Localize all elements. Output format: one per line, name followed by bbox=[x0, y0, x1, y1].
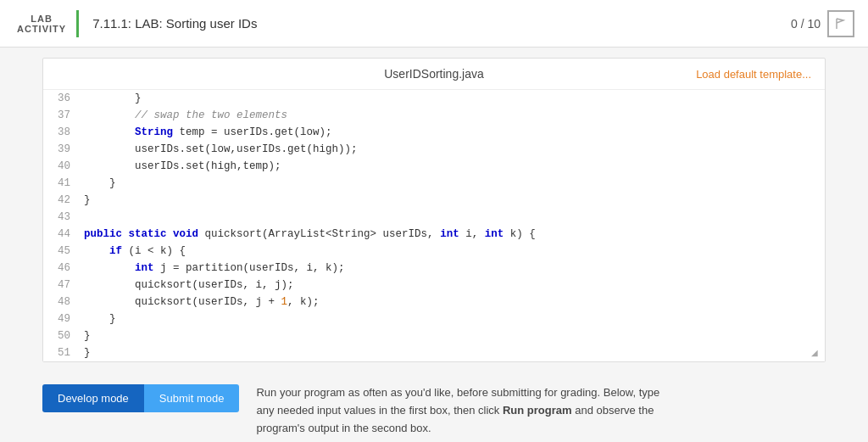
code-content: } bbox=[77, 175, 825, 192]
code-content: userIDs.set(high,temp); bbox=[77, 158, 825, 175]
table-row: 40 userIDs.set(high,temp); bbox=[43, 158, 825, 175]
table-row: 36 } bbox=[43, 90, 825, 107]
code-content bbox=[77, 209, 825, 226]
table-row: 49 } bbox=[43, 311, 825, 327]
line-num: 38 bbox=[43, 124, 77, 141]
line-num: 42 bbox=[43, 192, 77, 209]
activity-text: ACTIVITY bbox=[17, 24, 66, 34]
code-content: } bbox=[77, 192, 825, 209]
line-num: 44 bbox=[43, 226, 77, 243]
lab-text: LAB bbox=[31, 14, 53, 24]
code-content: } bbox=[77, 90, 825, 107]
table-row: 48 quicksort(userIDs, j + 1, k); bbox=[43, 294, 825, 311]
table-row: 42 } bbox=[43, 192, 825, 209]
develop-mode-button[interactable]: Develop mode bbox=[42, 384, 144, 412]
code-editor[interactable]: 36 } 37 // swap the two elements 38 Stri… bbox=[43, 90, 825, 361]
mode-buttons: Develop mode Submit mode bbox=[42, 384, 239, 412]
line-num: 41 bbox=[43, 175, 77, 192]
bottom-description: Run your program as often as you'd like,… bbox=[239, 384, 680, 437]
line-num: 51 bbox=[43, 344, 77, 361]
code-content: quicksort(userIDs, i, j); bbox=[77, 277, 825, 294]
line-num: 39 bbox=[43, 141, 77, 158]
line-num: 43 bbox=[43, 209, 77, 226]
bottom-bar: Develop mode Submit mode Run your progra… bbox=[0, 372, 868, 442]
lab-activity-label: LAB ACTIVITY bbox=[14, 10, 79, 37]
score-area: 0 / 10 bbox=[791, 10, 854, 37]
line-num: 47 bbox=[43, 277, 77, 294]
flag-icon bbox=[835, 18, 847, 30]
code-content: public static void quicksort(ArrayList<S… bbox=[77, 226, 825, 243]
editor-panel: UserIDSorting.java Load default template… bbox=[42, 58, 826, 362]
score-text: 0 / 10 bbox=[791, 17, 821, 31]
code-content: userIDs.set(low,userIDs.get(high)); bbox=[77, 141, 825, 158]
header: LAB ACTIVITY 7.11.1: LAB: Sorting user I… bbox=[0, 0, 868, 48]
submit-mode-button[interactable]: Submit mode bbox=[144, 384, 240, 412]
code-content: if (i < k) { bbox=[77, 243, 825, 260]
line-num: 36 bbox=[43, 90, 77, 107]
file-name: UserIDSorting.java bbox=[384, 67, 484, 81]
code-content: } bbox=[77, 311, 825, 327]
line-num: 37 bbox=[43, 107, 77, 124]
table-row: 41 } bbox=[43, 175, 825, 192]
table-row: 39 userIDs.set(low,userIDs.get(high)); bbox=[43, 141, 825, 158]
run-program-bold: Run program bbox=[503, 404, 572, 417]
table-row: 47 quicksort(userIDs, i, j); bbox=[43, 277, 825, 294]
line-num: 40 bbox=[43, 158, 77, 175]
code-content: quicksort(userIDs, j + 1, k); bbox=[77, 294, 825, 311]
line-num: 49 bbox=[43, 311, 77, 327]
load-template-button[interactable]: Load default template... bbox=[696, 68, 811, 81]
table-row: 50 } bbox=[43, 327, 825, 344]
code-content: int j = partition(userIDs, i, k); bbox=[77, 260, 825, 277]
code-content: } bbox=[77, 327, 825, 344]
table-row: 43 bbox=[43, 209, 825, 226]
line-num: 50 bbox=[43, 327, 77, 344]
code-content: } bbox=[77, 344, 825, 361]
table-row: 37 // swap the two elements bbox=[43, 107, 825, 124]
table-row: 46 int j = partition(userIDs, i, k); bbox=[43, 260, 825, 277]
line-num: 48 bbox=[43, 294, 77, 311]
file-bar: UserIDSorting.java Load default template… bbox=[43, 59, 825, 90]
table-row: 38 String temp = userIDs.get(low); bbox=[43, 124, 825, 141]
code-table: 36 } 37 // swap the two elements 38 Stri… bbox=[43, 90, 825, 361]
table-row: 51 } bbox=[43, 344, 825, 361]
line-num: 45 bbox=[43, 243, 77, 260]
line-num: 46 bbox=[43, 260, 77, 277]
code-content: String temp = userIDs.get(low); bbox=[77, 124, 825, 141]
score-box bbox=[827, 10, 854, 37]
table-row: 45 if (i < k) { bbox=[43, 243, 825, 260]
code-content: // swap the two elements bbox=[77, 107, 825, 124]
page-title: 7.11.1: LAB: Sorting user IDs bbox=[92, 16, 791, 31]
resize-handle[interactable]: ◢ bbox=[811, 348, 821, 358]
table-row: 44 public static void quicksort(ArrayLis… bbox=[43, 226, 825, 243]
